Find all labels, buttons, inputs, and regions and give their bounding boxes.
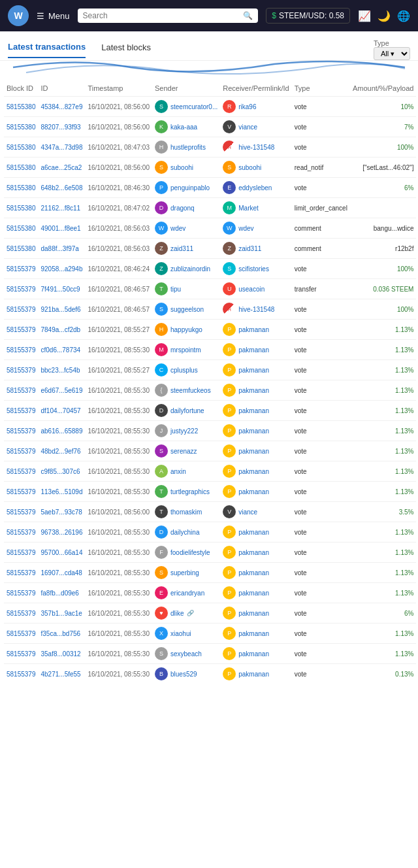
receiver-link[interactable]: pakmanan [238, 650, 269, 658]
id-cell[interactable]: da88f...3f97a [39, 239, 86, 259]
sender-link[interactable]: dlike [170, 610, 184, 617]
receiver-link[interactable]: hive-131548 [238, 306, 274, 313]
sender-link[interactable]: steemcurator0... [170, 103, 217, 110]
id-cell[interactable]: 96738...26196 [39, 522, 86, 542]
receiver-link[interactable]: pakmanan [238, 529, 269, 536]
receiver-link[interactable]: pakmanan [238, 610, 269, 617]
id-cell[interactable]: 21162...f8c11 [39, 198, 86, 218]
type-select[interactable]: All ▾ [374, 47, 410, 60]
block-id-cell[interactable]: 58155379 [4, 583, 39, 603]
search-input[interactable] [83, 11, 240, 20]
sender-link[interactable]: turtlegraphics [170, 488, 210, 495]
receiver-link[interactable]: pakmanan [238, 569, 269, 576]
block-id-cell[interactable]: 58155379 [4, 522, 39, 542]
receiver-link[interactable]: hive-131548 [238, 144, 274, 151]
id-cell[interactable]: e6d67...5e619 [39, 380, 86, 401]
block-id-cell[interactable]: 58155380 [4, 137, 39, 158]
block-id-cell[interactable]: 58155379 [4, 259, 39, 279]
receiver-link[interactable]: pakmanan [238, 448, 269, 455]
block-id-cell[interactable]: 58155380 [4, 117, 39, 137]
block-id-cell[interactable]: 58155379 [4, 320, 39, 340]
id-cell[interactable]: 88207...93f93 [39, 117, 86, 137]
block-id-cell[interactable]: 58155380 [4, 158, 39, 178]
id-cell[interactable]: 357b1...9ac1e [39, 603, 86, 624]
sender-link[interactable]: foodielifestyle [170, 549, 210, 556]
block-id-cell[interactable]: 58155379 [4, 279, 39, 299]
receiver-link[interactable]: wdev [238, 225, 253, 232]
sender-link[interactable]: ericandryan [170, 590, 204, 597]
sender-link[interactable]: dailyfortune [170, 407, 204, 414]
id-cell[interactable]: 7849a...cf2db [39, 320, 86, 340]
sender-link[interactable]: justyy222 [170, 427, 198, 435]
block-id-cell[interactable]: 58155379 [4, 664, 39, 684]
sender-link[interactable]: steemfuckeos [170, 387, 211, 394]
sender-link[interactable]: penguinpablo [170, 184, 210, 192]
id-cell[interactable]: 648b2...6e508 [39, 178, 86, 198]
id-cell[interactable]: 4347a...73d98 [39, 137, 86, 158]
id-cell[interactable]: ab616...65889 [39, 421, 86, 441]
receiver-link[interactable]: zaid311 [238, 245, 261, 252]
block-id-cell[interactable]: 58155379 [4, 299, 39, 320]
id-cell[interactable]: a6cae...25ca2 [39, 158, 86, 178]
sender-link[interactable]: superbing [170, 569, 199, 576]
block-id-cell[interactable]: 58155379 [4, 603, 39, 624]
sender-link[interactable]: kaka-aaa [170, 124, 197, 131]
receiver-link[interactable]: pakmanan [238, 367, 269, 374]
sender-link[interactable]: suggeelson [170, 306, 204, 313]
menu-button[interactable]: ☰ Menu [37, 11, 70, 21]
sender-link[interactable]: suboohi [170, 164, 193, 171]
sender-link[interactable]: mrspointm [170, 346, 201, 354]
sender-link[interactable]: xiaohui [170, 630, 191, 637]
id-cell[interactable]: 7f491...50cc9 [39, 279, 86, 299]
block-id-cell[interactable]: 58155379 [4, 482, 39, 502]
id-cell[interactable]: 16907...cda48 [39, 563, 86, 583]
id-cell[interactable]: 4b271...5fe55 [39, 664, 86, 684]
id-cell[interactable]: fa8fb...d09e6 [39, 583, 86, 603]
id-cell[interactable]: f35ca...bd756 [39, 624, 86, 644]
sender-link[interactable]: anxin [170, 468, 186, 475]
receiver-link[interactable]: pakmanan [238, 488, 269, 495]
id-cell[interactable]: 48bd2...9ef76 [39, 441, 86, 461]
sender-link[interactable]: sexybeach [170, 650, 202, 658]
block-id-cell[interactable]: 58155379 [4, 461, 39, 482]
receiver-link[interactable]: scifistories [238, 265, 269, 273]
sender-link[interactable]: dragonq [170, 205, 195, 212]
block-id-cell[interactable]: 58155380 [4, 218, 39, 239]
sender-link[interactable]: happyukgo [170, 326, 202, 333]
block-id-cell[interactable]: 58155379 [4, 624, 39, 644]
block-id-cell[interactable]: 58155380 [4, 239, 39, 259]
id-cell[interactable]: 113e6...5109d [39, 482, 86, 502]
receiver-link[interactable]: pakmanan [238, 387, 269, 394]
sender-link[interactable]: tipu [170, 286, 181, 293]
block-id-cell[interactable]: 58155379 [4, 644, 39, 664]
id-cell[interactable]: c9f85...307c6 [39, 461, 86, 482]
id-cell[interactable]: 921ba...5def6 [39, 299, 86, 320]
tab-latest-transactions[interactable]: Latest transactions [8, 42, 86, 58]
receiver-link[interactable]: rika96 [238, 103, 256, 110]
id-cell[interactable]: 5aeb7...93c78 [39, 502, 86, 522]
block-id-cell[interactable]: 58155380 [4, 97, 39, 117]
receiver-link[interactable]: useacoin [238, 286, 265, 293]
sender-link[interactable]: wdev [170, 225, 185, 232]
receiver-link[interactable]: viance [238, 509, 257, 516]
receiver-link[interactable]: pakmanan [238, 671, 269, 678]
receiver-link[interactable]: pakmanan [238, 346, 269, 354]
receiver-link[interactable]: pakmanan [238, 427, 269, 435]
sender-link[interactable]: thomaskim [170, 509, 202, 516]
id-cell[interactable]: 35af8...00312 [39, 644, 86, 664]
block-id-cell[interactable]: 58155379 [4, 360, 39, 380]
moon-icon[interactable]: 🌙 [378, 10, 391, 22]
block-id-cell[interactable]: 58155379 [4, 441, 39, 461]
block-id-cell[interactable]: 58155380 [4, 178, 39, 198]
sender-link[interactable]: serenazz [170, 448, 197, 455]
receiver-link[interactable]: pakmanan [238, 549, 269, 556]
block-id-cell[interactable]: 58155379 [4, 380, 39, 401]
receiver-link[interactable]: pakmanan [238, 468, 269, 475]
sender-link[interactable]: cplusplus [170, 367, 198, 374]
chart-icon[interactable]: 📈 [358, 10, 371, 22]
id-cell[interactable]: 49001...f8ee1 [39, 218, 86, 239]
id-cell[interactable]: cf0d6...78734 [39, 340, 86, 360]
globe-icon[interactable]: 🌐 [397, 10, 410, 22]
block-id-cell[interactable]: 58155380 [4, 198, 39, 218]
block-id-cell[interactable]: 58155379 [4, 563, 39, 583]
